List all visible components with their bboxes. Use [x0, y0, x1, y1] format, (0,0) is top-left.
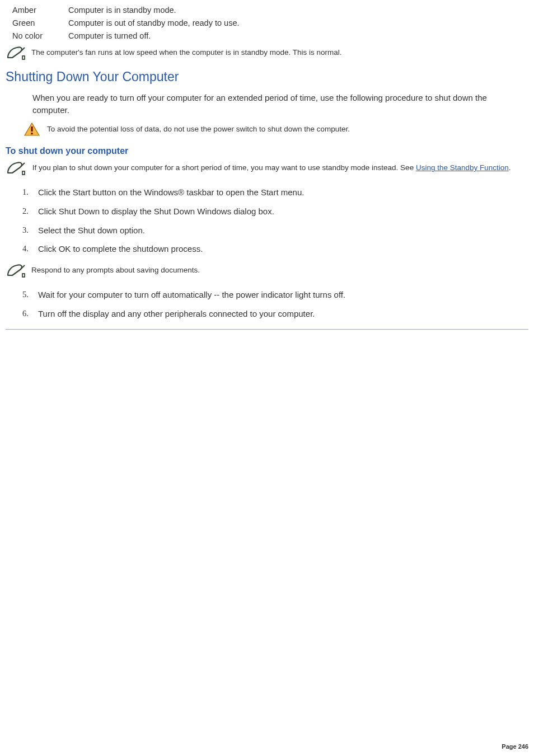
horizontal-rule [6, 329, 528, 330]
led-desc-cell: Computer is in standby mode. [68, 4, 242, 17]
svg-rect-0 [22, 56, 25, 59]
warning-text: To avoid the potential loss of data, do … [47, 124, 350, 135]
list-item: Click Shut Down to display the Shut Down… [22, 202, 528, 221]
pen-note-icon [6, 263, 28, 278]
led-desc-cell: Computer is out of standby mode, ready t… [68, 17, 242, 30]
steps-list-part2: Wait for your computer to turn off autom… [22, 285, 528, 323]
table-row: Amber Computer is in standby mode. [12, 4, 242, 17]
note-fan-text: The computer's fan runs at low speed whe… [31, 47, 342, 58]
pen-note-icon [6, 45, 28, 60]
note-standby-post: . [509, 163, 511, 172]
svg-rect-4 [22, 171, 25, 175]
svg-rect-2 [31, 126, 32, 132]
list-item: Click the Start button on the Windows® t… [22, 183, 528, 202]
list-item: Select the Shut down option. [22, 221, 528, 240]
led-status-table: Amber Computer is in standby mode. Green… [12, 4, 242, 43]
list-item: Turn off the display and any other perip… [22, 304, 528, 323]
heading-shutting-down: Shutting Down Your Computer [6, 68, 528, 86]
svg-rect-5 [22, 274, 25, 277]
table-row: Green Computer is out of standby mode, r… [12, 17, 242, 30]
list-item: Wait for your computer to turn off autom… [22, 285, 528, 304]
led-desc-cell: Computer is turned off. [68, 30, 242, 43]
led-color-cell: Amber [12, 4, 68, 17]
led-color-cell: Green [12, 17, 68, 30]
heading-to-shutdown: To shut down your computer [6, 144, 528, 157]
steps-list-part1: Click the Start button on the Windows® t… [22, 183, 528, 259]
warning-icon [24, 122, 40, 137]
svg-rect-3 [31, 133, 32, 134]
pen-note-icon [6, 163, 30, 172]
link-using-standby[interactable]: Using the Standby Function [416, 163, 509, 172]
note-respond-prompts: Respond to any prompts about saving docu… [6, 263, 528, 278]
led-color-cell: No color [12, 30, 68, 43]
page-number: Page 246 [502, 743, 528, 752]
note-standby-pre: If you plan to shut down your computer f… [32, 163, 416, 172]
note-fan: The computer's fan runs at low speed whe… [6, 45, 528, 60]
list-item: Click OK to complete the shutdown proces… [22, 240, 528, 259]
table-row: No color Computer is turned off. [12, 30, 242, 43]
para-shutdown-intro: When you are ready to turn off your comp… [32, 92, 525, 116]
warning-avoid-switch: To avoid the potential loss of data, do … [24, 122, 528, 137]
note-respond-text: Respond to any prompts about saving docu… [31, 265, 200, 276]
note-standby-instead: If you plan to shut down your computer f… [6, 161, 528, 175]
